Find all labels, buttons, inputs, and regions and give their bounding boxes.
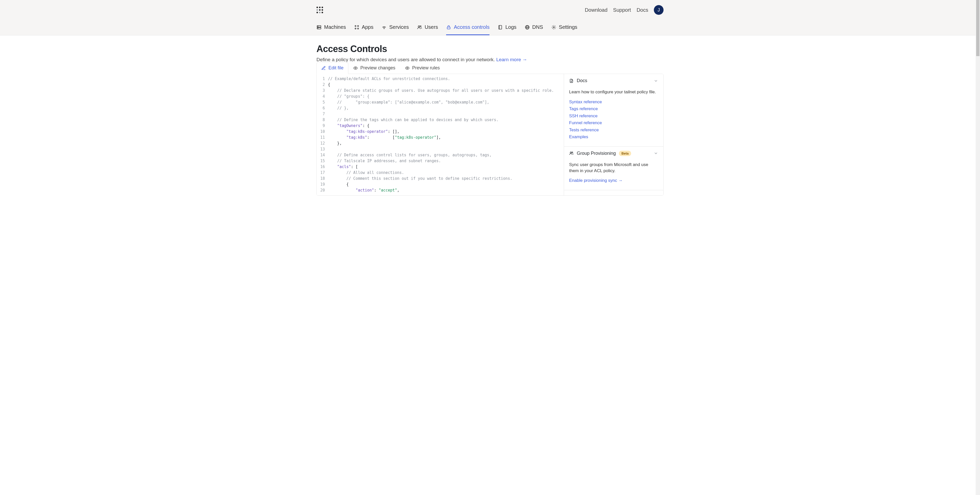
svg-point-5: [358, 25, 359, 26]
code-line[interactable]: 12 },: [317, 141, 564, 146]
docs-link-funnel[interactable]: Funnel reference: [569, 120, 658, 126]
nav-logs[interactable]: Logs: [498, 20, 516, 35]
line-number: 11: [317, 135, 328, 141]
learn-more-link[interactable]: Learn more →: [496, 57, 527, 62]
header-link-docs[interactable]: Docs: [636, 7, 648, 13]
page-title: Access Controls: [317, 44, 663, 54]
svg-point-6: [355, 28, 356, 29]
svg-point-8: [384, 28, 384, 29]
tab-label: Preview rules: [412, 65, 440, 71]
code-line[interactable]: 13: [317, 146, 564, 152]
code-line[interactable]: 1// Example/default ACLs for unrestricte…: [317, 76, 564, 82]
nav-machines[interactable]: Machines: [317, 20, 346, 35]
users-icon: [417, 25, 422, 30]
svg-point-7: [358, 28, 359, 29]
right-sidebar: Docs Learn how to configure your tailnet…: [564, 74, 663, 195]
line-number: 17: [317, 170, 328, 176]
code-line[interactable]: 3 // Declare static groups of users. Use…: [317, 88, 564, 94]
code-line[interactable]: 5 // "group:example": ["alice@example.co…: [317, 100, 564, 105]
wifi-icon: [382, 25, 387, 30]
docs-link-tests[interactable]: Tests reference: [569, 127, 658, 133]
page-description: Define a policy for which devices and us…: [317, 57, 663, 62]
code-content: {: [328, 182, 348, 187]
line-number: 6: [317, 105, 328, 111]
enable-provisioning-link[interactable]: Enable provisioning sync →: [569, 177, 658, 184]
code-line[interactable]: 20 "action": "accept",: [317, 187, 564, 193]
nav-apps[interactable]: Apps: [354, 20, 374, 35]
svg-point-4: [355, 25, 356, 26]
docs-link-tags[interactable]: Tags reference: [569, 106, 658, 112]
code-content: "acls": [: [328, 164, 358, 170]
code-content: // "groups": {: [328, 94, 369, 100]
panel-title: Docs: [577, 78, 587, 83]
nav-users[interactable]: Users: [417, 20, 438, 35]
code-line[interactable]: 10 "tag:k8s-operator": [],: [317, 129, 564, 135]
nav-settings[interactable]: Settings: [551, 20, 577, 35]
nav-label: Users: [425, 24, 438, 30]
panel-gp-intro: Sync user groups from Microsoft and use …: [569, 162, 658, 174]
chevron-down-icon: [654, 151, 658, 155]
tab-preview-changes[interactable]: Preview changes: [348, 62, 400, 74]
svg-point-2: [318, 26, 318, 26]
beta-badge: Beta: [619, 151, 631, 156]
code-content: // Allow all connections.: [328, 170, 404, 176]
code-editor[interactable]: 1// Example/default ACLs for unrestricte…: [317, 74, 564, 195]
line-number: 9: [317, 123, 328, 129]
line-number: 7: [317, 111, 328, 117]
nav-label: Apps: [362, 24, 374, 30]
code-line[interactable]: 7: [317, 111, 564, 117]
svg-point-17: [553, 27, 554, 28]
line-number: 10: [317, 129, 328, 135]
code-line[interactable]: 6 // },: [317, 105, 564, 111]
main-nav: Machines Apps Services Users Access cont…: [317, 20, 663, 35]
panel-title: Group Provisioning: [577, 151, 616, 156]
tab-preview-rules[interactable]: Preview rules: [400, 62, 445, 74]
users-icon: [569, 151, 574, 155]
svg-rect-11: [447, 27, 450, 29]
docs-link-examples[interactable]: Examples: [569, 133, 658, 140]
docs-link-ssh[interactable]: SSH reference: [569, 113, 658, 119]
docs-link-syntax[interactable]: Syntax reference: [569, 99, 658, 105]
avatar[interactable]: J: [654, 5, 663, 15]
line-number: 1: [317, 76, 328, 82]
code-content: // Example/default ACLs for unrestricted…: [328, 76, 450, 82]
code-content: // "group:example": ["alice@example.com"…: [328, 100, 489, 105]
panel-group-provisioning-header[interactable]: Group Provisioning Beta: [564, 147, 663, 160]
logo-icon[interactable]: [317, 6, 323, 13]
code-line[interactable]: 17 // Allow all connections.: [317, 170, 564, 176]
code-line[interactable]: 15 // Tailscale IP addresses, and subnet…: [317, 158, 564, 164]
scrollbar-thumb[interactable]: [976, 0, 980, 56]
edit-icon: [321, 66, 326, 70]
server-icon: [317, 25, 321, 30]
tab-label: Edit file: [328, 65, 344, 71]
code-line[interactable]: 14 // Define access control lists for us…: [317, 152, 564, 158]
nav-label: Services: [389, 24, 409, 30]
code-line[interactable]: 11 "tag:k8s": ["tag:k8s-operator"],: [317, 135, 564, 141]
line-number: 19: [317, 182, 328, 187]
header-link-support[interactable]: Support: [613, 7, 631, 13]
line-number: 12: [317, 141, 328, 146]
tab-edit-file[interactable]: Edit file: [317, 62, 348, 74]
code-line[interactable]: 2{: [317, 82, 564, 88]
scrollbar[interactable]: [976, 0, 980, 495]
panel-docs-header[interactable]: Docs: [564, 74, 663, 87]
code-line[interactable]: 18 // Comment this section out if you wa…: [317, 176, 564, 182]
code-line[interactable]: 4 // "groups": {: [317, 94, 564, 100]
tab-label: Preview changes: [360, 65, 395, 71]
nav-services[interactable]: Services: [382, 20, 409, 35]
code-line[interactable]: 9 "tagOwners": {: [317, 123, 564, 129]
svg-point-19: [407, 67, 408, 68]
chevron-down-icon: [654, 79, 658, 83]
nav-access-controls[interactable]: Access controls: [446, 20, 490, 35]
nav-dns[interactable]: DNS: [525, 20, 543, 35]
gear-icon: [551, 25, 556, 30]
code-line[interactable]: 19 {: [317, 182, 564, 187]
nav-label: Settings: [559, 24, 577, 30]
code-line[interactable]: 8 // Define the tags which can be applie…: [317, 117, 564, 123]
code-line[interactable]: 16 "acls": [: [317, 164, 564, 170]
code-content: // Comment this section out if you want …: [328, 176, 512, 182]
code-content: // Tailscale IP addresses, and subnet ra…: [328, 158, 441, 164]
header-link-download[interactable]: Download: [585, 7, 608, 13]
line-number: 5: [317, 100, 328, 105]
document-icon: [569, 79, 574, 83]
